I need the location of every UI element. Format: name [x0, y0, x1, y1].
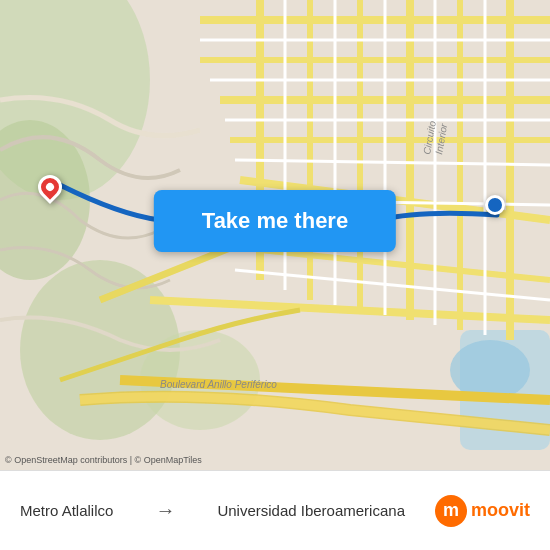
origin-pin	[38, 175, 62, 199]
destination-label: Universidad Iberoamericana	[217, 502, 405, 519]
moovit-logo: m moovit	[435, 495, 530, 527]
svg-text:Boulevard Anillo Periférico: Boulevard Anillo Periférico	[160, 379, 277, 390]
moovit-icon: m	[435, 495, 467, 527]
origin-label: Metro Atlalilco	[20, 502, 113, 519]
map-attribution: © OpenStreetMap contributors | © OpenMap…	[5, 455, 202, 465]
map-container: Circuito Interior Boulevard Anillo Perif…	[0, 0, 550, 470]
destination-pin	[485, 195, 505, 215]
bottom-bar: Metro Atlalilco → Universidad Iberoameri…	[0, 470, 550, 550]
take-me-there-button[interactable]: Take me there	[154, 190, 396, 252]
moovit-brand-text: moovit	[471, 500, 530, 521]
direction-arrow: →	[155, 499, 175, 522]
